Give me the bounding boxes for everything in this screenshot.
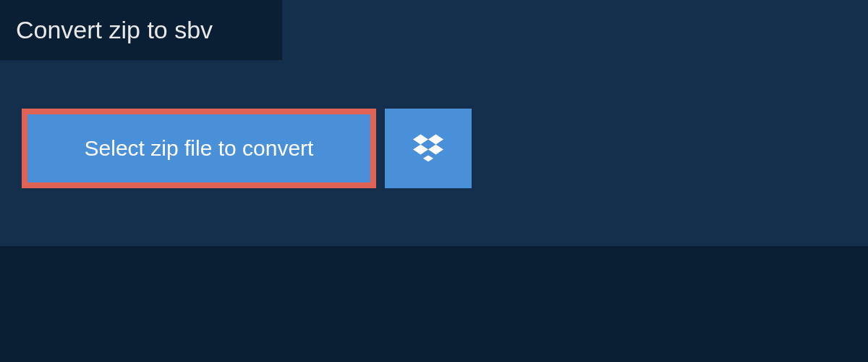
dropbox-icon	[413, 132, 443, 165]
file-select-row: Select zip file to convert	[22, 109, 472, 188]
converter-tab[interactable]: Convert zip to sbv	[0, 0, 282, 60]
select-file-button[interactable]: Select zip file to convert	[22, 109, 376, 188]
tab-label: Convert zip to sbv	[16, 16, 213, 43]
converter-panel: Convert zip to sbv Select zip file to co…	[0, 0, 868, 246]
dropbox-button[interactable]	[385, 109, 472, 188]
select-file-label: Select zip file to convert	[85, 136, 314, 161]
